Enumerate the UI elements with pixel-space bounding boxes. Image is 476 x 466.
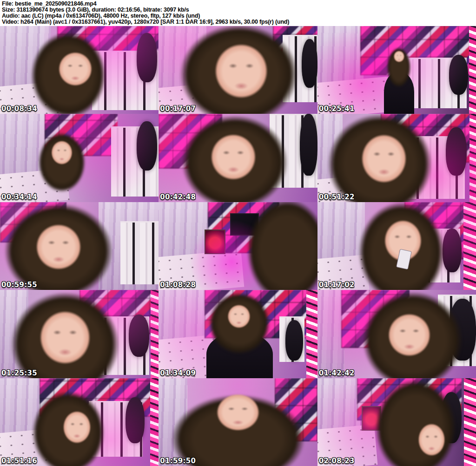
scene-hair — [26, 26, 111, 114]
scene-hoodie — [129, 315, 149, 357]
scene-curtain — [159, 26, 206, 114]
scene-neon-glow — [0, 114, 159, 202]
scene-hoodie — [443, 229, 462, 273]
scene-hoodie — [137, 33, 157, 82]
scene-poster-wall — [381, 114, 471, 162]
scene-poster-wall — [40, 378, 152, 417]
scene-curtain — [317, 26, 364, 114]
scene-poster-wall — [57, 26, 159, 70]
scene-poster-wall — [404, 202, 465, 259]
scene-clothes-rack — [404, 136, 465, 199]
timestamp-overlay: 01:51:16 — [1, 457, 37, 465]
video-thumbnail: 01:59:50 — [159, 378, 317, 466]
timestamp-overlay: 01:17:02 — [319, 281, 355, 289]
video-thumbnail: 00:34:14 — [0, 114, 159, 202]
scene-poster-wall — [208, 202, 279, 253]
scene-curtain — [159, 202, 211, 290]
scene-hair — [241, 202, 317, 290]
scene-clothes-rack — [270, 114, 317, 187]
scene-face — [35, 306, 95, 369]
scene-hoodie — [449, 299, 476, 361]
scene-curtain — [99, 202, 159, 290]
scene-side-poster — [150, 378, 159, 466]
scene-curtain — [159, 378, 187, 466]
scene-face — [384, 309, 435, 361]
scene-neon-glow — [159, 202, 317, 290]
scene-painting — [205, 230, 225, 254]
scene-hair — [385, 45, 412, 90]
video-thumbnail: 02:08:23 — [317, 378, 476, 466]
scene-poster-wall — [360, 26, 470, 75]
scene-hair — [320, 114, 439, 202]
scene-hair — [27, 385, 109, 466]
scene-clothes-rack — [279, 316, 305, 362]
timestamp-overlay: 00:08:34 — [1, 105, 37, 113]
timestamp-overlay: 01:25:35 — [1, 369, 37, 377]
scene-poster-wall — [273, 26, 317, 53]
timestamp-overlay: 00:51:22 — [319, 193, 355, 201]
scene-neon-glow — [317, 290, 476, 378]
scene-poster-wall — [275, 378, 317, 441]
scene-face — [49, 138, 75, 167]
scene-curtain — [0, 26, 51, 114]
scene-curtain — [317, 290, 344, 378]
scene-hair — [356, 290, 470, 378]
scene-hoodie — [137, 121, 157, 171]
scene-face — [55, 49, 95, 89]
timestamp-overlay: 02:08:23 — [319, 457, 355, 465]
timestamp-overlay: 01:34:09 — [160, 369, 196, 377]
scene-tv — [230, 213, 259, 236]
timestamp-overlay: 00:34:14 — [1, 193, 37, 201]
scene-hair — [370, 378, 462, 466]
scene-neon-glow — [159, 114, 317, 202]
scene-neon-glow — [0, 378, 159, 466]
scene-hoodie — [302, 39, 317, 87]
scene-side-poster — [463, 202, 476, 290]
scene-hair — [172, 26, 306, 114]
scene-poster-wall — [159, 114, 222, 168]
timestamp-overlay: 00:17:07 — [160, 105, 196, 113]
scene-torso — [206, 332, 273, 378]
scene-hoodie — [446, 127, 466, 176]
scene-clothes-rack — [89, 401, 143, 457]
scene-hair — [174, 114, 295, 202]
scene-face — [393, 50, 405, 63]
timestamp-overlay: 00:59:55 — [1, 281, 37, 289]
video-thumbnail: 00:17:07 — [159, 26, 317, 114]
scene-curtain — [0, 290, 28, 378]
scene-clothes-rack — [92, 51, 159, 110]
scene-curtain — [0, 114, 47, 202]
scene-clothes-rack — [438, 295, 476, 367]
video-thumbnail: 01:17:02 — [317, 202, 476, 290]
scene-neon-glow — [317, 202, 476, 290]
video-thumbnail: 01:51:16 — [0, 378, 159, 466]
video-thumbnail: 00:25:41 — [317, 26, 476, 114]
scene-curtain — [159, 290, 208, 378]
scene-hoodie — [441, 392, 462, 443]
file-info-line-video: Video: h264 (Main) (avc1 / 0x31637661), … — [2, 19, 476, 25]
scene-clothes-rack — [111, 126, 159, 197]
scene-face — [210, 39, 273, 104]
video-thumbnail: 00:42:48 — [159, 114, 317, 202]
scene-neon-glow — [159, 290, 317, 378]
scene-poster-wall — [79, 290, 152, 334]
video-thumbnail: 01:08:28 — [159, 202, 317, 290]
scene-hoodie — [126, 397, 145, 443]
contact-sheet: File: bestie_me_202509021846.mp4 Size: 3… — [0, 0, 476, 466]
scene-poster-wall — [341, 290, 410, 348]
scene-hair — [3, 290, 127, 378]
scene-poster-wall — [205, 290, 306, 338]
scene-neon-glow — [0, 202, 159, 290]
scene-face — [206, 130, 260, 184]
scene-hair — [162, 388, 314, 466]
scene-poster-wall — [45, 114, 118, 156]
video-thumbnail: 00:08:34 — [0, 26, 159, 114]
scene-poster-wall — [357, 378, 462, 420]
scene-side-poster — [151, 290, 159, 378]
scene-hair — [0, 202, 120, 290]
file-info-header: File: bestie_me_202509021846.mp4 Size: 3… — [0, 0, 476, 26]
scene-clothes-rack — [416, 229, 460, 283]
scene-clothes-rack — [283, 35, 317, 102]
video-thumbnail: 01:42:42 — [317, 290, 476, 378]
scene-curtain — [317, 114, 343, 202]
